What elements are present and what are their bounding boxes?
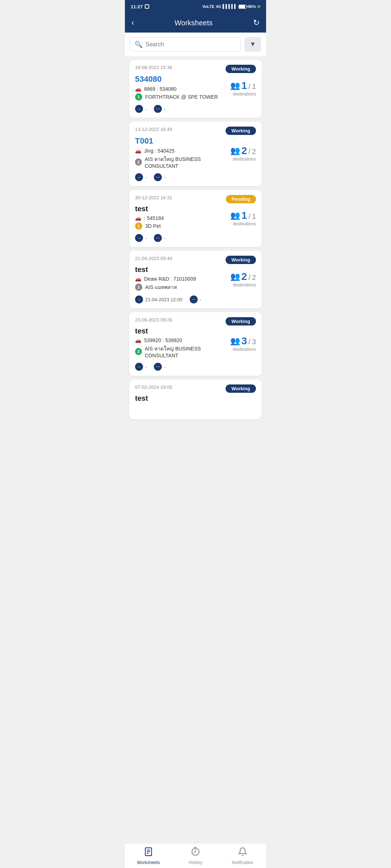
dest-current: 3 (241, 335, 247, 347)
refresh-button[interactable]: ↻ (253, 18, 260, 27)
location-text: FORTHTRACK @ SPE TOWER (145, 94, 218, 100)
arrow-dots-icon: ⋯ (190, 295, 198, 303)
work-id: T001 (135, 136, 230, 146)
worksheets-label: Worksheets (137, 860, 160, 865)
dest-current: 1 (241, 80, 247, 92)
dest-icon: 👥 (230, 211, 240, 220)
dest-total: 1 (252, 82, 256, 91)
arrow-right-icon: → (135, 173, 143, 181)
footer-right-text: - (164, 106, 165, 112)
work-id: test (135, 327, 230, 335)
footer-right: ⋯ - (154, 173, 165, 181)
footer-left-text: - (145, 106, 147, 112)
footer-right: ⋯ - (154, 105, 165, 113)
location-text: AIS หาดใหญ่ BUSINESS CONSULTANT (145, 345, 230, 358)
network-icon: 4G (216, 4, 221, 9)
dest-total: 1 (252, 212, 256, 221)
arrow-dots-icon: ⋯ (154, 234, 162, 242)
dest-total: 2 (252, 148, 256, 156)
app-header: ‹ Worksheets ↻ (125, 13, 266, 33)
table-row[interactable]: 18-08-2022 15:36 Working 534080 🚗 8869 :… (129, 60, 262, 118)
arrow-dots-icon: ⋯ (154, 363, 162, 371)
work-id: 534080 (135, 75, 218, 84)
car-icon: 🚗 (135, 148, 141, 154)
arrow-right-icon: → (135, 105, 143, 113)
notification-icon (238, 847, 247, 859)
arrow-dots-icon: ⋯ (154, 105, 162, 113)
table-row[interactable]: 13-12-2022 16:49 Working T001 🚗 Jing : 5… (129, 122, 262, 186)
table-row[interactable]: 07-02-2024 19:00 Working test (129, 379, 262, 419)
work-id: test (135, 265, 196, 274)
dest-current: 2 (241, 271, 247, 282)
worksheets-icon (144, 847, 153, 859)
footer-left-text: - (145, 364, 147, 370)
status-icons: VoLTE 4G ▍▍▍▍▍ 86% (202, 4, 260, 9)
car-info: Jing : 540425 (144, 148, 175, 154)
dest-total: 2 (252, 273, 256, 282)
arrow-dots-icon: ⋯ (154, 173, 162, 181)
pin-icon: 1 (135, 222, 142, 230)
history-icon (191, 847, 200, 859)
dest-total: 3 (252, 338, 256, 346)
footer-left: → - (135, 234, 147, 242)
location-text: 3D Pet (145, 223, 161, 229)
dest-icon: 👥 (230, 81, 240, 90)
status-badge: Pending (226, 195, 256, 203)
table-row[interactable]: 21-04-2023 09:40 Working test 🚗 Deaw R&D… (129, 251, 262, 309)
pin-icon: 1 (135, 93, 142, 101)
footer-right: ⋯ - (154, 234, 165, 242)
car-icon: 🚗 (135, 86, 141, 92)
nav-worksheets[interactable]: Worksheets (125, 847, 172, 865)
location-text: AIS หาดใหญ่ BUSINESS CONSULTANT (145, 155, 230, 169)
nav-history[interactable]: History (172, 847, 219, 865)
search-container: 🔍 ▼ (125, 33, 266, 56)
search-input[interactable] (146, 41, 236, 48)
search-icon: 🔍 (135, 41, 143, 48)
battery-level: 86% (248, 4, 256, 9)
footer-left-text: - (145, 235, 147, 241)
status-time: 11:27 (131, 4, 149, 9)
footer-right-text: - (164, 364, 165, 370)
footer-right-text: - (164, 175, 165, 180)
dest-current: 1 (241, 210, 247, 221)
table-row[interactable]: 23-06-2023 09:28 Working test 🚗 539920 :… (129, 312, 262, 376)
pin-icon: 3 (135, 348, 142, 355)
page-title: Worksheets (175, 19, 213, 27)
status-badge: Working (226, 384, 256, 393)
footer-left-text: 21-04-2023 12:00 (145, 297, 182, 302)
footer-left: → - (135, 363, 147, 371)
car-info: : 545184 (144, 215, 164, 221)
filter-button[interactable]: ▼ (244, 37, 261, 52)
location-text: AIS แมทพลาส (145, 283, 177, 291)
status-square-icon (145, 4, 149, 9)
footer-right-text: - (164, 235, 165, 241)
arrow-right-icon: → (135, 363, 143, 371)
search-input-wrap: 🔍 (130, 37, 241, 52)
status-badge: Working (226, 256, 256, 264)
car-info: 539920 : 539920 (144, 337, 182, 343)
work-id: test (135, 394, 256, 403)
history-label: History (189, 860, 202, 865)
dest-icon: 👥 (230, 272, 240, 281)
nav-notification[interactable]: Notification (219, 847, 266, 865)
car-icon: 🚗 (135, 276, 141, 282)
dest-icon: 👥 (230, 146, 240, 156)
table-row[interactable]: 30-12-2022 16:31 Pending test 🚗 : 545184… (129, 190, 262, 247)
footer-right-text: - (200, 297, 201, 302)
status-badge: Working (226, 317, 256, 326)
card-date: 23-06-2023 09:28 (135, 317, 172, 323)
pin-icon: 2 (135, 284, 142, 291)
status-bar: 11:27 VoLTE 4G ▍▍▍▍▍ 86% (125, 0, 266, 13)
status-badge: Working (226, 127, 256, 135)
footer-left: → 21-04-2023 12:00 (135, 295, 182, 303)
back-button[interactable]: ‹ (131, 18, 134, 27)
footer-right: ⋯ - (154, 363, 165, 371)
time-display: 11:27 (131, 4, 143, 9)
card-date: 21-04-2023 09:40 (135, 256, 172, 261)
car-icon: 🚗 (135, 337, 141, 343)
card-date: 30-12-2022 16:31 (135, 195, 172, 200)
battery-icon (239, 5, 247, 9)
card-date: 18-08-2022 15:36 (135, 65, 172, 70)
card-date: 13-12-2022 16:49 (135, 127, 172, 132)
green-dot (257, 5, 260, 8)
